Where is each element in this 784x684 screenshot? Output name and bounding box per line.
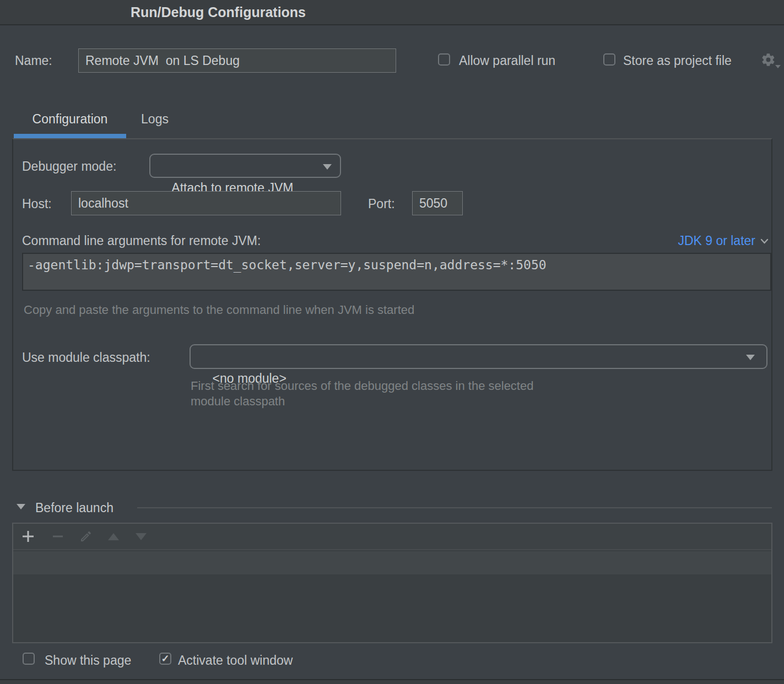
tab-logs[interactable]: Logs [133,112,177,127]
run-debug-configurations-dialog: Run/Debug Configurations Name: Remote JV… [0,0,784,684]
jdk-version-label: JDK 9 or later [678,234,755,248]
port-input[interactable]: 5050 [412,191,463,215]
module-classpath-label: Use module classpath: [22,350,150,365]
move-up-icon[interactable] [108,533,119,540]
module-classpath-select[interactable]: <no module> [190,344,767,369]
debugger-mode-label: Debugger mode: [22,159,116,174]
allow-parallel-run-label: Allow parallel run [459,53,555,68]
module-classpath-hint-line2: module classpath [191,394,285,409]
activate-tool-window-checkbox[interactable] [159,653,171,665]
move-down-icon[interactable] [136,533,147,540]
store-as-project-file-label: Store as project file [623,53,732,68]
tab-configuration[interactable]: Configuration [14,112,126,127]
before-launch-collapse-icon[interactable] [17,504,25,509]
command-line-arguments-label: Command line arguments for remote JVM: [22,234,261,248]
store-as-project-file-checkbox[interactable] [603,53,615,66]
host-label: Host: [22,197,52,211]
activate-tool-window-label: Activate tool window [178,653,293,668]
show-this-page-label: Show this page [45,653,131,668]
module-classpath-hint-line1: First search for sources of the debugged… [191,379,533,393]
before-launch-list-item[interactable]: Run 'Shell Script 'Wait Remote Debugger … [13,551,771,574]
before-launch-title: Before launch [35,501,113,515]
chevron-down-icon [323,164,332,170]
show-this-page-checkbox[interactable] [23,653,35,665]
gear-dropdown-arrow-icon [775,65,781,68]
jdk-version-selector[interactable]: JDK 9 or later [678,234,769,248]
command-line-arguments-box[interactable]: -agentlib:jdwp=transport=dt_socket,serve… [22,253,771,291]
before-launch-toolbar [13,524,771,550]
port-label: Port: [368,197,395,211]
minus-icon[interactable] [51,529,65,544]
command-line-arguments-hint: Copy and paste the arguments to the comm… [24,303,414,317]
command-line-arguments-value: -agentlib:jdwp=transport=dt_socket,serve… [28,258,547,272]
name-label: Name: [15,53,52,68]
chevron-down-icon [746,355,755,360]
gear-icon[interactable] [761,52,780,69]
dialog-title: Run/Debug Configurations [131,0,306,24]
allow-parallel-run-checkbox[interactable] [438,53,450,66]
debugger-mode-select[interactable]: Attach to remote JVM [149,154,341,178]
plus-icon[interactable] [21,529,35,544]
host-input[interactable]: localhost [71,191,341,215]
active-tab-underline [14,134,126,138]
bottom-strip [0,680,784,684]
name-input[interactable]: Remote JVM on LS Debug [78,48,396,73]
chevron-down-icon [760,238,769,244]
dialog-titlebar: Run/Debug Configurations [0,0,784,25]
before-launch-separator [137,507,772,508]
edit-pencil-icon[interactable] [79,529,93,544]
